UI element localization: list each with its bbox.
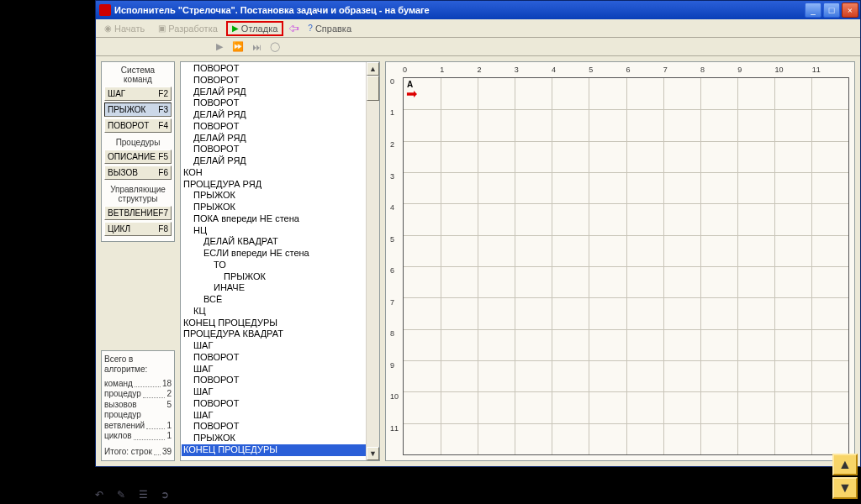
- stat-total: Итого: строк39: [104, 447, 172, 458]
- content-area: Система команд ШАГF2 ПРЫЖОКF3 ПОВОРОТF4 …: [96, 56, 860, 466]
- code-line[interactable]: КЦ: [182, 306, 366, 318]
- code-line[interactable]: ДЕЛАЙ КВАДРАТ: [182, 236, 366, 248]
- maximize-button[interactable]: □: [823, 3, 840, 18]
- cmd-turn[interactable]: ПОВОРОТF4: [104, 118, 172, 133]
- menu-debug[interactable]: ▶Отладка: [226, 21, 283, 36]
- menu-help[interactable]: ?Справка: [303, 22, 357, 35]
- code-line[interactable]: ШАГ: [182, 386, 366, 398]
- stat-row: команд18: [104, 379, 172, 390]
- code-line[interactable]: ВСЁ: [182, 294, 366, 306]
- scroll-up-icon[interactable]: ▲: [367, 62, 379, 76]
- stat-row: вызовов процедур5: [104, 400, 172, 421]
- stat-row: процедур2: [104, 389, 172, 400]
- cmd-step[interactable]: ШАГF2: [104, 87, 172, 101]
- annotation-arrow-icon: ➪: [288, 20, 299, 36]
- code-line[interactable]: ДЕЛАЙ РЯД: [182, 109, 366, 121]
- app-window: Исполнитель "Стрелочка". Постановка зада…: [95, 0, 861, 467]
- code-line[interactable]: ПРЫЖОК: [182, 433, 366, 444]
- code-line[interactable]: ТО: [182, 260, 366, 271]
- fast-forward-icon[interactable]: ⏩: [232, 41, 244, 53]
- code-line[interactable]: ПОВОРОТ: [182, 97, 366, 109]
- code-pane: ПОВОРОТПОВОРОТДЕЛАЙ РЯДПОВОРОТДЕЛАЙ РЯДП…: [180, 61, 380, 461]
- undo-icon[interactable]: ↶: [95, 489, 108, 501]
- cmd-branch[interactable]: ВЕТВЛЕНИЕF7: [104, 206, 172, 220]
- cmd-jump[interactable]: ПРЫЖОКF3: [104, 102, 172, 117]
- pencil-icon[interactable]: ✎: [117, 489, 130, 501]
- page-down-button[interactable]: ▼: [832, 477, 858, 499]
- sidebar: Система команд ШАГF2 ПРЫЖОКF3 ПОВОРОТF4 …: [101, 61, 175, 461]
- stat-row: циклов1: [104, 431, 172, 442]
- axis-y: 01234567891011: [390, 77, 402, 455]
- code-line[interactable]: ПОВОРОТ: [182, 352, 366, 364]
- app-icon: [99, 4, 111, 16]
- code-line[interactable]: ПОВОРОТ: [182, 375, 366, 386]
- cmd-loop[interactable]: ЦИКЛF8: [104, 222, 172, 236]
- code-line[interactable]: ПРЫЖОК: [182, 271, 366, 283]
- list-icon[interactable]: ☰: [139, 489, 152, 501]
- code-line[interactable]: ШАГ: [182, 340, 366, 352]
- section-commands: Система команд: [104, 66, 172, 84]
- code-line[interactable]: ПОКА впереди НЕ стена: [182, 213, 366, 225]
- menu-start[interactable]: ◉Начать: [99, 22, 150, 35]
- code-line[interactable]: КОН: [182, 167, 366, 179]
- toolbar: ▶ ⏩ ⏭ ◯: [96, 38, 860, 56]
- page-up-button[interactable]: ▲: [832, 454, 858, 475]
- page-nav: ▲ ▼: [832, 454, 858, 499]
- code-line[interactable]: ПОВОРОТ: [182, 121, 366, 133]
- grid: A ➡: [403, 77, 849, 455]
- commands-panel: Система команд ШАГF2 ПРЫЖОКF3 ПОВОРОТF4 …: [101, 61, 175, 242]
- vertical-scrollbar[interactable]: ▲ ▼: [366, 62, 379, 460]
- code-line[interactable]: ИНАЧЕ: [182, 282, 366, 294]
- bottom-toolbar: ↶ ✎ ☰ ➲: [95, 489, 174, 501]
- minimize-button[interactable]: _: [805, 3, 821, 18]
- code-listing[interactable]: ПОВОРОТПОВОРОТДЕЛАЙ РЯДПОВОРОТДЕЛАЙ РЯДП…: [181, 62, 366, 460]
- code-line[interactable]: ДЕЛАЙ РЯД: [182, 133, 366, 144]
- code-line[interactable]: ПОВОРОТ: [182, 75, 366, 87]
- code-line[interactable]: ШАГ: [182, 410, 366, 422]
- window-title: Исполнитель "Стрелочка". Постановка зада…: [114, 5, 805, 15]
- section-procedures: Процедуры: [104, 138, 172, 147]
- code-line[interactable]: ПОВОРОТ: [182, 63, 366, 75]
- scroll-down-icon[interactable]: ▼: [367, 447, 379, 460]
- code-line[interactable]: ДЕЛАЙ РЯД: [182, 87, 366, 98]
- code-line[interactable]: ПОВОРОТ: [182, 398, 366, 410]
- skip-icon[interactable]: ⏭: [251, 41, 262, 53]
- stats-header: Всего в алгоритме:: [104, 354, 172, 375]
- stats-panel: Всего в алгоритме: команд18 процедур2 вы…: [101, 350, 175, 462]
- field-pane: 01234567891011 01234567891011 A ➡: [385, 61, 855, 461]
- scroll-thumb[interactable]: [367, 76, 379, 101]
- menubar: ◉Начать ▣Разработка ▶Отладка ➪ ?Справка: [96, 19, 860, 38]
- code-line[interactable]: КОНЕЦ ПРОЦЕДУРЫ: [182, 318, 366, 329]
- titlebar: Исполнитель "Стрелочка". Постановка зада…: [96, 1, 860, 19]
- code-line[interactable]: НЦ: [182, 225, 366, 237]
- axis-x: 01234567891011: [403, 66, 849, 76]
- code-line[interactable]: ПРЫЖОК: [182, 202, 366, 213]
- code-line[interactable]: ДЕЛАЙ РЯД: [182, 155, 366, 167]
- play-icon[interactable]: ▶: [214, 41, 225, 53]
- code-line[interactable]: ПОВОРОТ: [182, 421, 366, 433]
- forward-icon[interactable]: ➲: [161, 489, 174, 501]
- menu-dev[interactable]: ▣Разработка: [153, 22, 223, 35]
- code-line[interactable]: ПОВОРОТ: [182, 144, 366, 155]
- cmd-call[interactable]: ВЫЗОВF6: [104, 165, 172, 180]
- stop-icon[interactable]: ◯: [269, 41, 281, 53]
- robot-arrow-icon: ➡: [406, 87, 417, 101]
- close-button[interactable]: ×: [842, 3, 858, 18]
- stat-row: ветвлений1: [104, 421, 172, 432]
- code-line[interactable]: ЕСЛИ впереди НЕ стена: [182, 248, 366, 260]
- cmd-describe[interactable]: ОПИСАНИЕF5: [104, 150, 172, 164]
- code-line[interactable]: ПРОЦЕДУРА КВАДРАТ: [182, 328, 366, 340]
- section-control: Управляющие структуры: [104, 185, 172, 203]
- code-line[interactable]: ПРОЦЕДУРА РЯД: [182, 179, 366, 191]
- code-line[interactable]: ПРЫЖОК: [182, 190, 366, 202]
- code-line[interactable]: КОНЕЦ ПРОЦЕДУРЫ: [182, 444, 366, 456]
- code-line[interactable]: ШАГ: [182, 364, 366, 375]
